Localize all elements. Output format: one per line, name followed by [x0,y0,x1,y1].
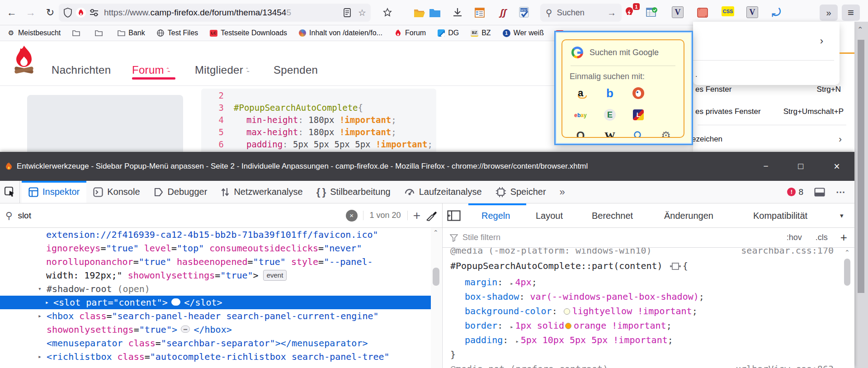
expander-icon[interactable]: ▸ [510,320,513,334]
highlight-target-icon[interactable] [672,263,679,270]
toolbar-overflow-button[interactable]: » [820,5,838,21]
rule-prop-background-color[interactable]: background-color: lightyellow !important… [443,304,854,318]
add-rule-plus-icon[interactable]: + [413,208,420,223]
scroll-up-icon[interactable]: ⌃ [857,25,863,34]
wikipedia-engine-icon[interactable]: W [603,129,617,138]
stylish-icon[interactable]: ʃʃ [497,6,509,19]
inspector-search-value[interactable]: slot [18,211,340,221]
flyout-chevron-icon[interactable]: › [820,35,823,47]
bookmark-bank[interactable]: Bank [118,29,145,37]
rules-filter-placeholder[interactable]: Stile filtern [462,233,778,242]
pick-element-icon[interactable] [0,181,20,203]
error-badge[interactable]: !8 [787,187,803,197]
magnifier-engine-icon[interactable] [632,129,645,138]
hamburger-menu-button[interactable]: ≡ [842,5,860,21]
rule-prop-padding[interactable]: padding: ▸5px 10px 5px 5px !important; [443,333,854,347]
forward-button[interactable]: → [24,5,38,20]
close-button[interactable]: × [830,160,844,173]
bookmark-dg[interactable]: DG [438,29,459,37]
campfire-logo[interactable] [13,45,35,79]
session-grid-icon[interactable] [473,6,486,19]
tab-speicher[interactable]: Speicher [489,181,553,203]
color-swatch-lightyellow[interactable] [564,308,570,315]
devtools-meatball-menu[interactable]: ⋯ [836,187,845,198]
duckduckgo-engine-icon[interactable] [632,86,645,100]
rule-prop-border[interactable]: border: ▸1px solidorange !important; [443,318,854,333]
inline-ellipsis-badge[interactable]: ⋯ [171,298,180,306]
event-badge[interactable]: event [263,270,287,281]
menu-item-new-window[interactable]: es Fenster [695,85,731,94]
scroll-up-icon[interactable]: ⌃ [433,229,439,236]
inspector-search-bar[interactable]: ⚲ slot × 1 von 20 + [0,203,443,228]
maximize-button[interactable]: □ [794,160,807,173]
back-button[interactable]: ← [5,5,19,20]
search-with-google-row[interactable]: Suchen mit Google [571,47,659,58]
sync-icon[interactable]: ⤾ [770,6,783,19]
lilo-engine-icon[interactable]: L [632,108,645,122]
rule-source-link[interactable]: urlbarView.css:863 [736,362,834,368]
tree-line[interactable]: extension://2f416939-ca12-4b15-bb2b-71ba… [0,228,432,241]
tree-line[interactable]: norolluponanchor="true" hasbeenopened="t… [0,255,432,269]
tree-line[interactable]: width: 192px;" showonlysettings="true">e… [0,269,432,282]
extension-scroll-icon[interactable] [697,6,709,19]
bookmark-wer-weiss[interactable]: 1Wer weiß [503,29,544,37]
tree-line-richlistbox[interactable]: ▸<richlistbox class="autocomplete-richli… [0,350,432,363]
tree-line-slot-selected[interactable]: ▸<slot part="content">⋯</slot> [0,296,432,309]
color-swatch-orange[interactable] [565,323,571,329]
reader-mode-icon[interactable] [344,8,351,17]
sidebar-tab-layout[interactable]: Layout [536,203,563,228]
settings-gear-icon[interactable]: ⚙ [659,129,673,138]
tab-debugger[interactable]: Debugger [147,181,214,203]
rules-filter-bar[interactable]: Stile filtern :hov .cls + [443,228,854,248]
bookmark-meistbesucht[interactable]: ⚙Meistbesucht [7,29,61,37]
bookmark-inhalt-von[interactable]: Inhalt von /dateien/fo... [299,29,382,37]
menu-item-bookmarks[interactable]: ezeichen [692,135,722,144]
sidebar-tab-berechnet[interactable]: Berechnet [592,203,633,228]
tree-line-menuseparator[interactable]: <menuseparator class="searchbar-separato… [0,336,432,350]
bookmark-folder-2[interactable] [95,29,106,37]
ecosia-engine-icon[interactable]: E [603,108,617,122]
tabs-overflow-chevron[interactable]: » [553,181,572,203]
extension-table-icon[interactable] [646,6,658,19]
tree-line[interactable]: showonlysettings="true">⋯</hbox> [0,323,432,336]
browser-scrollbar[interactable]: ⌃ [854,22,868,368]
search-field[interactable]: ⚲ Suchen → [540,4,622,22]
eyedropper-icon[interactable] [426,210,437,221]
tab-netzwerkanalyse[interactable]: Netzwerkanalyse [214,181,309,203]
extension-css-icon[interactable]: CSS [722,6,734,16]
sidebar-tabs-dropdown-icon[interactable]: ▾ [840,203,844,228]
pane-toggle-icon[interactable] [447,203,461,228]
bing-engine-icon[interactable]: b [603,86,617,100]
pseudo-class-toggle[interactable]: :hov [782,233,807,242]
add-rule-icon[interactable]: + [840,231,847,245]
w3c-validator-icon[interactable]: W3C [518,6,530,19]
permissions-icon[interactable] [90,9,99,16]
url-bar[interactable]: https://www.camp-firefox.de/forum/thema/… [59,4,371,22]
scrollbar-thumb[interactable] [858,40,864,293]
search-go-arrow-icon[interactable]: → [607,8,616,18]
tree-line[interactable]: ignorekeys="true" level="top" consumeout… [0,241,432,255]
sidebar-tab-aenderungen[interactable]: Änderungen [664,203,713,228]
qwant-engine-icon[interactable]: Q [574,129,587,138]
extension-v2-icon[interactable]: V [746,6,758,18]
ebay-engine-icon[interactable]: ebay [574,108,587,122]
nav-forum[interactable]: Forumˆ̴ [132,64,169,76]
devtools-titlebar[interactable]: Entwicklerwerkzeuge - Sidebar Popup-Menü… [0,152,854,181]
split-console-icon[interactable] [814,188,825,197]
clear-search-icon[interactable]: × [346,210,358,222]
tab-inspektor[interactable]: Inspektor [22,181,86,203]
bookmark-tray-icon[interactable] [381,6,394,19]
amazon-engine-icon[interactable]: a [574,86,587,100]
expand-arrow-icon[interactable]: ▸ [45,296,49,309]
bookmark-star-icon[interactable]: ☆ [358,7,366,18]
url-text[interactable]: https://www.camp-firefox.de/forum/thema/… [104,8,291,18]
expander-icon[interactable]: ▸ [515,334,519,349]
tab-stilbearbeitung[interactable]: { } Stilbearbeitung [310,181,397,203]
bookmark-test-files[interactable]: Test Files [157,29,198,37]
nav-nachrichten[interactable]: Nachrichten [52,64,111,76]
scroll-up-icon[interactable]: ⌃ [844,249,850,256]
expand-arrow-icon[interactable]: ▸ [38,309,42,323]
nav-spenden[interactable]: Spenden [274,64,318,76]
class-toggle[interactable]: .cls [811,233,832,242]
tree-line-shadow-root[interactable]: ▾#shadow-root (open) [0,282,432,296]
